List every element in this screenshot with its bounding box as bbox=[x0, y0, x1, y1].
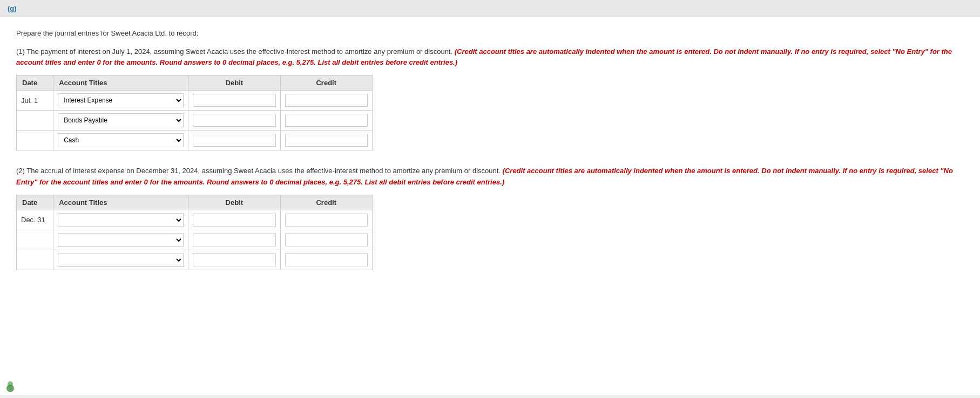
credit-input-2[interactable] bbox=[285, 114, 368, 127]
debit-input-5[interactable] bbox=[193, 234, 275, 246]
page-header: (g) bbox=[0, 0, 980, 17]
col-account-2: Account Titles bbox=[53, 195, 188, 210]
account-cell-6: Interest Expense Bonds Payable Cash Inte… bbox=[53, 250, 188, 270]
svg-point-1 bbox=[8, 381, 13, 387]
account-cell-1: Interest Expense Bonds Payable Cash Inte… bbox=[53, 91, 188, 111]
account-cell-4: Interest Expense Bonds Payable Cash Inte… bbox=[53, 210, 188, 230]
date-cell-3 bbox=[17, 131, 53, 150]
page-content: Prepare the journal entries for Sweet Ac… bbox=[0, 17, 980, 395]
section-2-normal-text: (2) The accrual of interest expense on D… bbox=[16, 167, 501, 175]
debit-cell-5 bbox=[188, 230, 280, 250]
section-1-table: Date Account Titles Debit Credit Jul. 1 … bbox=[16, 75, 373, 150]
credit-cell-6 bbox=[280, 250, 372, 270]
intro-text: Prepare the journal entries for Sweet Ac… bbox=[16, 28, 964, 39]
table-row: Jul. 1 Interest Expense Bonds Payable Ca… bbox=[17, 91, 373, 111]
account-select-2[interactable]: Bonds Payable Interest Expense Cash Inte… bbox=[58, 113, 184, 127]
debit-input-3[interactable] bbox=[193, 134, 275, 147]
date-cell-6 bbox=[17, 250, 53, 270]
section-2: (2) The accrual of interest expense on D… bbox=[16, 166, 964, 270]
debit-cell-1 bbox=[188, 91, 280, 111]
table-row: Interest Expense Bonds Payable Cash Inte… bbox=[17, 230, 373, 250]
col-debit-1: Debit bbox=[188, 76, 280, 91]
bottom-decoration-icon bbox=[3, 378, 18, 393]
section-2-table: Date Account Titles Debit Credit Dec. 31… bbox=[16, 195, 373, 270]
table-row: Cash Interest Expense Bonds Payable Inte… bbox=[17, 131, 373, 150]
date-cell-4: Dec. 31 bbox=[17, 210, 53, 230]
section-1-normal-text: (1) The payment of interest on July 1, 2… bbox=[16, 47, 452, 56]
table-row: Interest Expense Bonds Payable Cash Inte… bbox=[17, 250, 373, 270]
account-cell-2: Bonds Payable Interest Expense Cash Inte… bbox=[53, 111, 188, 131]
credit-input-5[interactable] bbox=[285, 234, 368, 246]
account-select-6[interactable]: Interest Expense Bonds Payable Cash Inte… bbox=[58, 253, 184, 267]
credit-cell-5 bbox=[280, 230, 372, 250]
section-label: (g) bbox=[8, 4, 17, 12]
section-1: (1) The payment of interest on July 1, 2… bbox=[16, 46, 964, 151]
credit-cell-2 bbox=[280, 111, 372, 131]
credit-cell-4 bbox=[280, 210, 372, 230]
col-date-2: Date bbox=[17, 195, 53, 210]
table-row: Bonds Payable Interest Expense Cash Inte… bbox=[17, 111, 373, 131]
account-select-4[interactable]: Interest Expense Bonds Payable Cash Inte… bbox=[58, 213, 184, 227]
account-select-5[interactable]: Interest Expense Bonds Payable Cash Inte… bbox=[58, 233, 184, 247]
col-debit-2: Debit bbox=[188, 195, 280, 210]
col-account-1: Account Titles bbox=[53, 76, 188, 91]
debit-input-4[interactable] bbox=[193, 214, 275, 227]
credit-cell-1 bbox=[280, 91, 372, 111]
debit-input-2[interactable] bbox=[193, 114, 275, 127]
debit-cell-4 bbox=[188, 210, 280, 230]
account-cell-3: Cash Interest Expense Bonds Payable Inte… bbox=[53, 131, 188, 150]
section-2-intro: (2) The accrual of interest expense on D… bbox=[16, 166, 964, 188]
credit-input-6[interactable] bbox=[285, 253, 368, 266]
date-cell-1: Jul. 1 bbox=[17, 91, 53, 111]
date-cell-5 bbox=[17, 230, 53, 250]
credit-cell-3 bbox=[280, 131, 372, 150]
debit-cell-2 bbox=[188, 111, 280, 131]
table-row: Dec. 31 Interest Expense Bonds Payable C… bbox=[17, 210, 373, 230]
account-select-3[interactable]: Cash Interest Expense Bonds Payable Inte… bbox=[58, 133, 184, 147]
date-cell-2 bbox=[17, 111, 53, 131]
debit-cell-3 bbox=[188, 131, 280, 150]
credit-input-1[interactable] bbox=[285, 94, 368, 107]
account-cell-5: Interest Expense Bonds Payable Cash Inte… bbox=[53, 230, 188, 250]
col-credit-2: Credit bbox=[280, 195, 372, 210]
debit-cell-6 bbox=[188, 250, 280, 270]
debit-input-1[interactable] bbox=[193, 94, 275, 107]
credit-input-4[interactable] bbox=[285, 214, 368, 227]
col-date-1: Date bbox=[17, 76, 53, 91]
section-1-intro: (1) The payment of interest on July 1, 2… bbox=[16, 46, 964, 69]
account-select-1[interactable]: Interest Expense Bonds Payable Cash Inte… bbox=[58, 93, 184, 107]
credit-input-3[interactable] bbox=[285, 134, 368, 147]
debit-input-6[interactable] bbox=[193, 253, 275, 266]
col-credit-1: Credit bbox=[280, 76, 372, 91]
